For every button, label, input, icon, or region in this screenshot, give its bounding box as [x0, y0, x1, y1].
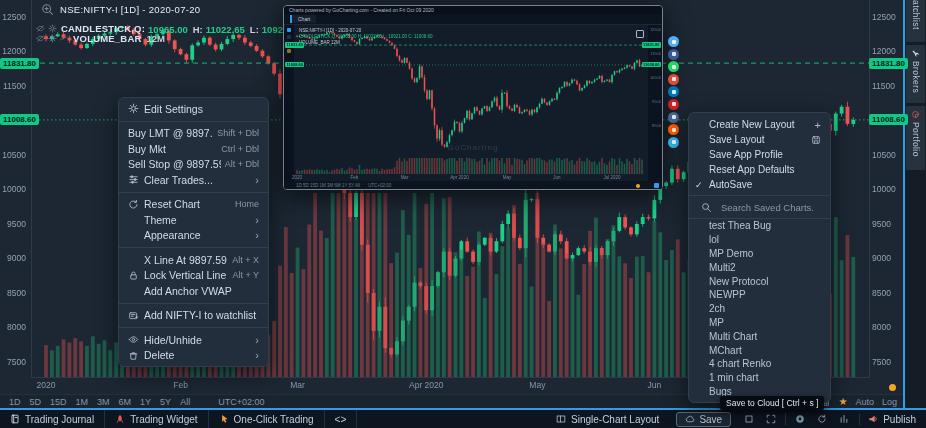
share-vk-icon[interactable] [668, 112, 679, 123]
publish-button[interactable]: Publish [859, 414, 926, 425]
share-pinterest-icon[interactable] [668, 99, 679, 110]
timeframe-5d[interactable]: 5D [30, 397, 42, 407]
menu-item-appearance[interactable]: Appearance› [119, 228, 268, 244]
volume-settings-icon[interactable] [48, 34, 57, 43]
menu-item-delete[interactable]: Delete› [119, 348, 268, 364]
scale-controls: ★ AutoLog [821, 395, 897, 409]
fullscreen-icon[interactable] [760, 414, 782, 424]
timeframe-all[interactable]: All [180, 397, 190, 407]
menu-item-theme[interactable]: Theme› [119, 212, 268, 228]
popup-date-tick: 2020 [292, 175, 302, 180]
button-label: <> [335, 414, 347, 425]
camera-icon[interactable] [789, 414, 811, 424]
saved-chart-item[interactable]: MP [689, 316, 830, 330]
one-click-trading-button[interactable]: One-Click Trading [209, 410, 325, 428]
menu-item-x-line-at-9897-59[interactable]: X Line At 9897.59Alt + X [119, 252, 268, 268]
popup-tab: Chart [290, 15, 316, 23]
scale-toggle-log[interactable]: Log [882, 397, 897, 407]
share-twitter-icon[interactable] [668, 36, 679, 47]
eye-icon [128, 334, 144, 345]
saved-chart-item[interactable]: Multi Chart [689, 329, 830, 343]
menu-item-add-nifty-i-to-watchlist[interactable]: Add NIFTY-I to watchlist [119, 308, 268, 324]
timeframe-1y[interactable]: 1Y [140, 397, 151, 407]
sidebar-tab-portfolio[interactable]: Portfolio [906, 106, 925, 170]
price-tick: 8500 [0, 289, 26, 298]
timeframe-1d[interactable]: 1D [9, 397, 21, 407]
sync-icon[interactable] [811, 414, 833, 424]
menu-item-label: Edit Settings [144, 103, 259, 115]
layout-menu-create-new-layout[interactable]: Create New Layout+ [689, 117, 830, 132]
price-tick: 9000 [872, 254, 891, 263]
maximize-icon[interactable] [738, 414, 760, 424]
layout-menu-reset-app-defaults[interactable]: Reset App Defaults [689, 162, 830, 177]
hide-volume-icon[interactable] [36, 34, 45, 43]
button-label: Trading Journal [25, 414, 94, 425]
layout-menu: Create New Layout+Save LayoutSave App Pr… [688, 112, 831, 403]
layout-menu-save-app-profile[interactable]: Save App Profile [689, 147, 830, 162]
menu-item-edit-settings[interactable]: Edit Settings [119, 101, 268, 117]
sidebar-tab-brokers[interactable]: Brokers [906, 45, 925, 103]
popup-price-tick: 8500 [652, 123, 661, 128]
trading-widget-button[interactable]: Trading Widget [105, 410, 208, 428]
menu-item-buy-mkt[interactable]: Buy MktCtrl + Dbl [119, 141, 268, 157]
popup-date-tick: Jun [553, 175, 560, 180]
popup-price-badge: 11831.80 [642, 42, 661, 48]
saved-chart-item[interactable]: 4 chart Renko [689, 357, 830, 371]
date-tick: Jun [648, 380, 662, 390]
saved-chart-item[interactable]: 2ch [689, 302, 830, 316]
trading-journal-button[interactable]: Trading Journal [0, 410, 105, 428]
menu-item-lock-vertical-line[interactable]: Lock Vertical LineAlt + Y [119, 268, 268, 284]
popup-date-tick: Mar [401, 175, 409, 180]
menu-item-add-anchor-vwap[interactable]: Add Anchor VWAP [119, 283, 268, 299]
saved-chart-item[interactable]: MP Demo [689, 247, 830, 261]
megaphone-icon [868, 414, 878, 424]
share-telegram-icon[interactable] [668, 137, 679, 148]
timeframe-15d[interactable]: 15D [50, 397, 67, 407]
hide-study-icon[interactable] [36, 24, 45, 33]
popup-date-tick: Feb [351, 175, 359, 180]
saved-chart-item[interactable]: test Thea Bug [689, 219, 830, 233]
timeframe-5y[interactable]: 5Y [160, 397, 171, 407]
timeframe-3m[interactable]: 3M [97, 397, 110, 407]
code-button[interactable]: <> [325, 410, 358, 428]
timeframe-1m[interactable]: 1M [76, 397, 89, 407]
chart-snapshot-popup[interactable]: Charts powered by GoCharting.com - Creat… [283, 5, 663, 190]
layout-menu-save-layout[interactable]: Save Layout [689, 132, 830, 147]
menu-item-clear-trades[interactable]: Clear Trades...› [119, 172, 268, 188]
timeframe-6m[interactable]: 6M [119, 397, 132, 407]
depth-icon[interactable] [833, 414, 855, 424]
share-whatsapp-icon[interactable] [668, 61, 679, 72]
save-button[interactable]: Save [676, 412, 731, 427]
price-tick: 10000 [0, 185, 26, 194]
single-chart-layout-button[interactable]: Single-Chart Layout [546, 414, 669, 425]
zoom-icon[interactable] [41, 3, 54, 16]
menu-item-reset-chart[interactable]: Reset ChartHome [119, 197, 268, 213]
share-linkedin-icon[interactable] [668, 86, 679, 97]
save-tooltip: Save to Cloud [ Ctrl + s ] [720, 396, 824, 410]
share-reddit-icon[interactable] [668, 124, 679, 135]
search-input[interactable] [719, 201, 823, 214]
sidebar-tab-label: Brokers [911, 61, 921, 93]
sidebar-tab-watchlist[interactable]: Watchlist [906, 0, 925, 42]
menu-item-hide-unhide[interactable]: Hide/Unhide› [119, 332, 268, 348]
timezone-label[interactable]: UTC+02:00 [218, 397, 264, 407]
saved-chart-item[interactable]: NEWPP [689, 288, 830, 302]
study-settings-icon[interactable] [48, 24, 57, 33]
check-icon: ✓ [695, 180, 703, 190]
bottom-toolbar: Trading JournalTrading WidgetOne-Click T… [0, 408, 926, 428]
volume-study-name: VOLUME_BAR [73, 33, 142, 44]
share-facebook-icon[interactable] [668, 49, 679, 60]
saved-chart-item[interactable]: lol [689, 233, 830, 247]
favorite-star-icon[interactable]: ★ [838, 397, 847, 407]
share-google-plus-icon[interactable] [668, 74, 679, 85]
saved-chart-item[interactable]: MChart [689, 343, 830, 357]
saved-chart-item[interactable]: 1 min chart [689, 371, 830, 385]
scale-toggle-auto[interactable]: Auto [855, 397, 874, 407]
saved-chart-item[interactable]: Multi2 [689, 260, 830, 274]
saved-charts-search [689, 195, 830, 219]
menu-item-buy-lmt-9897-59[interactable]: Buy LMT @ 9897.59Shift + Dbl [119, 126, 268, 142]
menu-item-sell-stop-9897-59[interactable]: Sell Stop @ 9897.59Alt + Dbl [119, 157, 268, 173]
price-badge: 11831.80 [869, 58, 908, 69]
layout-menu-autosave[interactable]: ✓AutoSave [689, 177, 830, 192]
saved-chart-item[interactable]: New Protocol [689, 274, 830, 288]
